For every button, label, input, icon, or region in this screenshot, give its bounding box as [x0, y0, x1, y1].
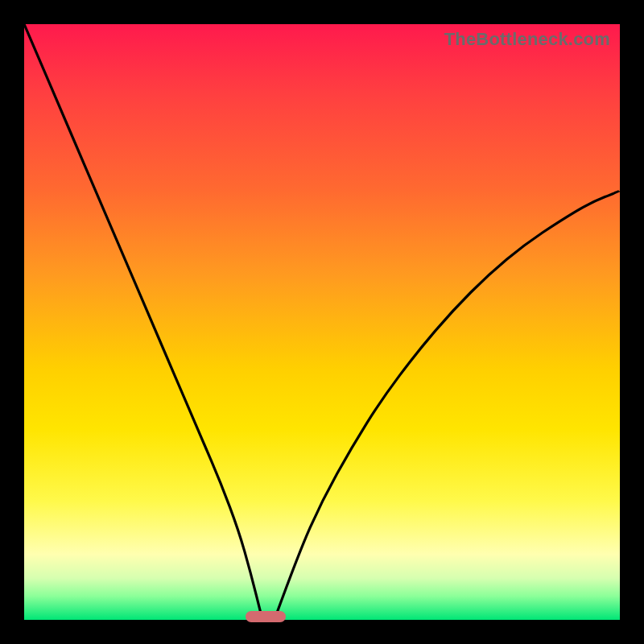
- minimum-marker: [246, 611, 286, 622]
- right-curve: [275, 191, 620, 620]
- left-curve: [24, 24, 262, 620]
- plot-area: TheBottleneck.com: [24, 24, 620, 620]
- chart-frame: TheBottleneck.com: [0, 0, 644, 644]
- curve-layer: [24, 24, 620, 620]
